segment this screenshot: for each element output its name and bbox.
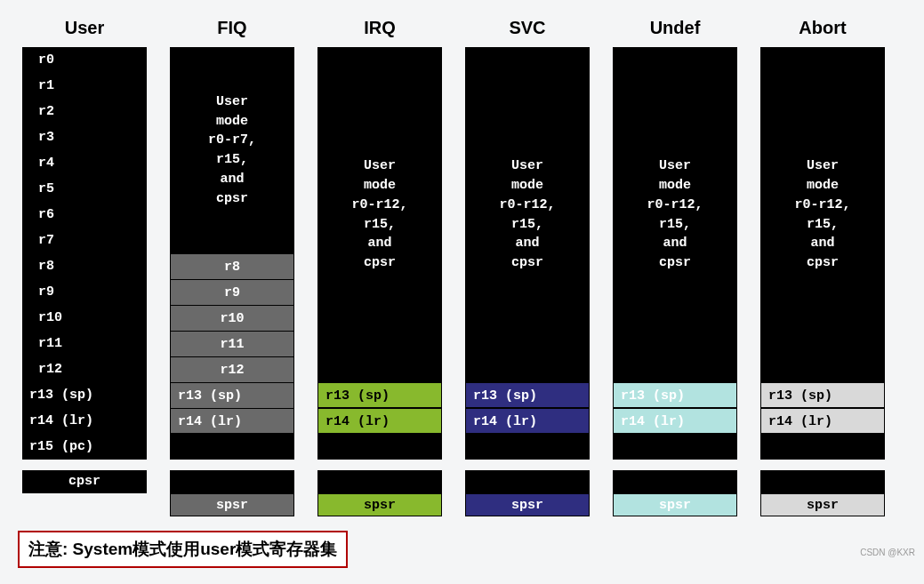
txt: cpsr [216,189,248,209]
fiq-r15-slot [170,434,294,460]
txt: r0-r12, [351,196,407,215]
abort-shared: User mode r0-r12, r15, and cpsr [760,47,885,382]
fiq-shared: User mode r0-r7, r15, and cpsr [170,47,294,253]
fiq-r14: r14 (lr) [170,408,294,434]
col-header-abort: Abort [799,18,846,38]
txt: cpsr [659,253,691,273]
txt: r0-r12, [499,196,555,215]
reg-r10: r10 [22,305,147,331]
abort-r15-slot [760,434,885,460]
fiq-r12: r12 [170,356,294,382]
txt: r0-r12, [647,196,703,215]
reg-r3: r3 [22,124,147,150]
txt: cpsr [364,253,396,273]
txt: mode [807,176,839,196]
txt: mode [659,176,691,196]
irq-cpsr-slot [317,470,442,493]
col-svc: SVC User mode r0-r12, r15, and cpsr r13 … [465,18,590,516]
reg-r6: r6 [22,202,147,228]
txt: and [220,170,244,189]
txt: mode [364,176,396,196]
abort-r14: r14 (lr) [760,408,885,434]
fiq-r11: r11 [170,331,294,356]
txt: r15, [216,150,248,170]
txt: r15, [364,215,396,235]
reg-r8: r8 [22,253,147,279]
col-user: User r0 r1 r2 r3 r4 r5 r6 r7 r8 r9 r10 r… [22,18,147,516]
col-abort: Abort User mode r0-r12, r15, and cpsr r1… [760,18,885,516]
abort-cpsr-slot [760,470,885,493]
undef-r14: r14 (lr) [613,408,737,434]
txt: and [810,234,834,253]
txt: r15, [807,215,839,235]
svc-r13: r13 (sp) [465,382,590,408]
col-header-user: User [65,18,104,38]
reg-r2: r2 [22,99,147,124]
user-cpsr: cpsr [22,470,147,493]
txt: User [364,156,396,176]
irq-shared: User mode r0-r12, r15, and cpsr [317,47,442,382]
fiq-spsr: spsr [170,493,294,516]
undef-shared: User mode r0-r12, r15, and cpsr [613,47,737,382]
watermark: CSDN @KXR [860,548,915,557]
note-box: 注意: System模式使用user模式寄存器集 [18,531,348,568]
txt: and [515,234,539,253]
reg-r5: r5 [22,176,147,202]
reg-r15: r15 (pc) [22,434,147,460]
txt: mode [216,112,248,132]
col-fiq: FIQ User mode r0-r7, r15, and cpsr r8 r9… [170,18,294,516]
txt: and [367,234,391,253]
user-registers: r0 r1 r2 r3 r4 r5 r6 r7 r8 r9 r10 r11 r1… [22,47,147,460]
txt: and [663,234,687,253]
undef-spsr: spsr [613,493,737,516]
reg-r4: r4 [22,150,147,176]
txt: User [216,92,248,112]
reg-r12: r12 [22,356,147,382]
svc-r15-slot [465,434,590,460]
undef-r15-slot [613,434,737,460]
fiq-r10: r10 [170,305,294,331]
txt: r15, [511,215,543,235]
fiq-r13: r13 (sp) [170,382,294,408]
reg-r9: r9 [22,279,147,305]
col-header-irq: IRQ [364,18,396,38]
txt: User [659,156,691,176]
col-header-fiq: FIQ [217,18,246,38]
svc-spsr: spsr [465,493,590,516]
irq-spsr: spsr [317,493,442,516]
txt: r0-r12, [794,196,850,215]
reg-r14: r14 (lr) [22,408,147,434]
reg-r11: r11 [22,331,147,356]
txt: mode [511,176,543,196]
undef-r13: r13 (sp) [613,382,737,408]
txt: User [511,156,543,176]
svc-r14: r14 (lr) [465,408,590,434]
undef-cpsr-slot [613,470,737,493]
txt: cpsr [511,253,543,273]
irq-r14: r14 (lr) [317,408,442,434]
reg-r0: r0 [22,47,147,73]
reg-r1: r1 [22,73,147,99]
txt: User [807,156,839,176]
col-header-undef: Undef [650,18,701,38]
txt: cpsr [807,253,839,273]
svc-shared: User mode r0-r12, r15, and cpsr [465,47,590,382]
col-undef: Undef User mode r0-r12, r15, and cpsr r1… [613,18,737,516]
col-irq: IRQ User mode r0-r12, r15, and cpsr r13 … [317,18,442,516]
svc-cpsr-slot [465,470,590,493]
irq-r15-slot [317,434,442,460]
txt: r15, [659,215,691,235]
reg-r7: r7 [22,228,147,253]
fiq-r9: r9 [170,279,294,305]
txt: r0-r7, [208,131,256,150]
abort-spsr: spsr [760,493,885,516]
register-diagram: User r0 r1 r2 r3 r4 r5 r6 r7 r8 r9 r10 r… [0,0,924,516]
fiq-cpsr-slot [170,470,294,493]
col-header-svc: SVC [509,18,545,38]
abort-r13: r13 (sp) [760,382,885,408]
fiq-r8: r8 [170,253,294,279]
irq-r13: r13 (sp) [317,382,442,408]
reg-r13: r13 (sp) [22,382,147,408]
